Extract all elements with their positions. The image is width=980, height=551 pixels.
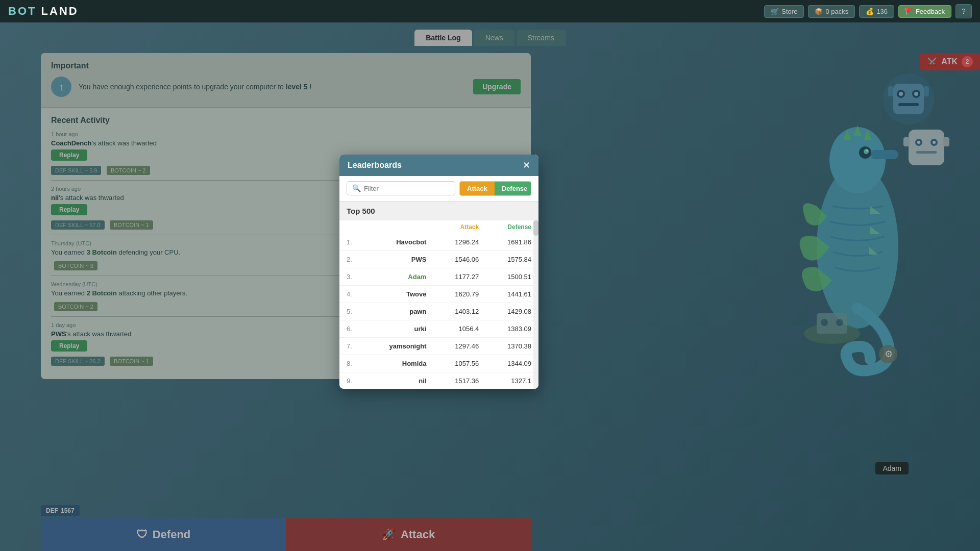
defense-val-cell: 1429.08 [486,303,538,320]
col-rank [339,220,363,234]
rank-cell: 4. [339,285,363,303]
col-name [363,220,433,234]
rank-cell: 2. [339,251,363,268]
attack-tab-button[interactable]: Attack [460,182,495,195]
defense-val-cell: 1691.86 [486,234,538,251]
rank-cell: 7. [339,337,363,355]
leaderboard-body: Attack Defense 1. Havocbot 1296.24 1691.… [339,220,538,389]
pack-icon: 📦 [815,8,823,15]
main-area: Battle Log News Streams Important ↑ You … [0,22,980,551]
top500-label: Top 500 [347,207,375,215]
currency-value: 136 [876,8,888,15]
col-defense-header: Defense [486,220,538,234]
rank-cell: 1. [339,234,363,251]
name-cell: Homida [363,355,433,372]
defense-val-cell: 1575.84 [486,251,538,268]
help-icon: ? [962,7,966,15]
attack-val-cell: 1297.46 [433,337,486,355]
defense-val-cell: 1344.09 [486,355,538,372]
logo-bot: BOT [8,5,36,17]
logo-land: LAND [41,5,79,17]
table-row[interactable]: 6. urki 1056.4 1383.09 [339,320,538,337]
table-row[interactable]: 5. pawn 1403.12 1429.08 [339,303,538,320]
table-row[interactable]: 9. nil 1517.36 1327.1 [339,372,538,389]
scrollbar-thumb[interactable] [533,220,538,236]
name-cell: Havocbot [363,234,433,251]
leaderboard-table: Attack Defense 1. Havocbot 1296.24 1691.… [339,220,538,389]
topbar-right: 🛒 Store 📦 0 packs 💰 136 🚩 Feedback ? [764,4,972,18]
attack-val-cell: 1057.56 [433,355,486,372]
attack-val-cell: 1403.12 [433,303,486,320]
attack-val-cell: 1056.4 [433,320,486,337]
table-row[interactable]: 2. PWS 1546.06 1575.84 [339,251,538,268]
name-cell: yamsonight [363,337,433,355]
defense-val-cell: 1383.09 [486,320,538,337]
name-cell: Adam [363,268,433,285]
rank-cell: 3. [339,268,363,285]
name-cell: nil [363,372,433,389]
flag-icon: 🚩 [905,8,913,15]
attack-val-cell: 1546.06 [433,251,486,268]
modal-close-button[interactable]: ✕ [523,161,530,170]
feedback-button[interactable]: 🚩 Feedback [898,5,951,18]
currency-button[interactable]: 💰 136 [859,5,894,18]
rank-cell: 8. [339,355,363,372]
name-cell: PWS [363,251,433,268]
col-attack-header: Attack [433,220,486,234]
top500-header: Top 500 [339,202,538,220]
feedback-label: Feedback [916,8,945,15]
coin-icon: 💰 [866,8,874,15]
filter-input[interactable] [364,185,450,192]
name-cell: Twove [363,285,433,303]
table-row[interactable]: 8. Homida 1057.56 1344.09 [339,355,538,372]
filter-input-wrap: 🔍 [347,181,455,195]
logo: BOT LAND [8,5,79,18]
defense-val-cell: 1500.51 [486,268,538,285]
defense-val-cell: 1327.1 [486,372,538,389]
packs-label: 0 packs [825,8,848,15]
search-icon: 🔍 [352,184,361,192]
table-row[interactable]: 3. Adam 1177.27 1500.51 [339,268,538,285]
defense-tab-button[interactable]: Defense [495,182,531,195]
help-button[interactable]: ? [955,4,972,18]
table-row[interactable]: 4. Twove 1620.79 1441.61 [339,285,538,303]
modal-overlay: Leaderboards ✕ 🔍 Attack Defense Top 500 [0,22,980,551]
attack-val-cell: 1296.24 [433,234,486,251]
leaderboard-tbody: 1. Havocbot 1296.24 1691.86 2. PWS 1546.… [339,234,538,389]
attack-val-cell: 1620.79 [433,285,486,303]
store-label: Store [781,8,797,15]
attack-val-cell: 1517.36 [433,372,486,389]
rank-cell: 5. [339,303,363,320]
defense-val-cell: 1370.38 [486,337,538,355]
toggle-group: Attack Defense [459,181,531,196]
modal-header: Leaderboards ✕ [339,155,538,176]
rank-cell: 6. [339,320,363,337]
rank-cell: 9. [339,372,363,389]
scrollbar-track[interactable] [533,220,538,389]
table-row[interactable]: 7. yamsonight 1297.46 1370.38 [339,337,538,355]
table-row[interactable]: 1. Havocbot 1296.24 1691.86 [339,234,538,251]
modal-title: Leaderboards [348,161,402,170]
attack-val-cell: 1177.27 [433,268,486,285]
name-cell: pawn [363,303,433,320]
name-cell: urki [363,320,433,337]
packs-button[interactable]: 📦 0 packs [808,5,855,18]
topbar: BOT LAND 🛒 Store 📦 0 packs 💰 136 🚩 Feedb… [0,0,980,22]
leaderboard-modal: Leaderboards ✕ 🔍 Attack Defense Top 500 [339,155,538,389]
modal-filter-row: 🔍 Attack Defense [339,176,538,202]
cart-icon: 🛒 [771,8,779,15]
defense-val-cell: 1441.61 [486,285,538,303]
store-button[interactable]: 🛒 Store [764,5,804,18]
